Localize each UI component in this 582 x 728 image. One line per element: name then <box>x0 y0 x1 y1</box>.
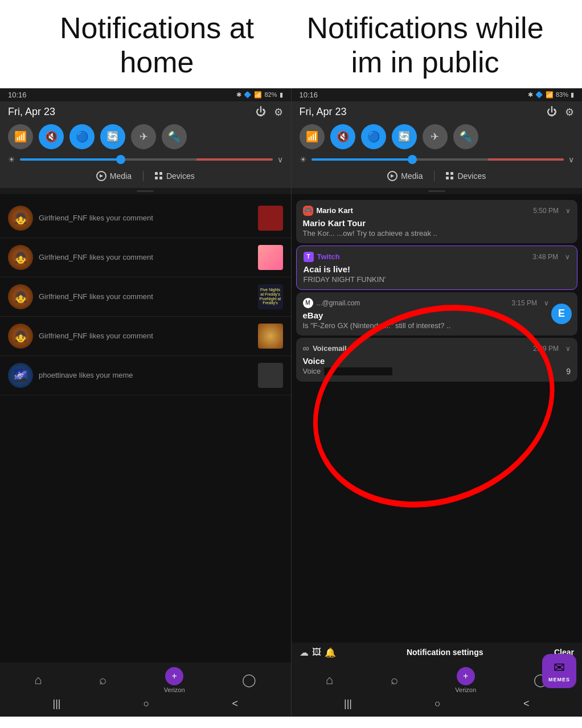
memes-app-icon[interactable]: ✉ MEMES <box>542 654 576 688</box>
list-item: ∞ Voicemail 2:39 PM ∨ Voice Voice 9 <box>296 338 578 382</box>
right-nfc-icon: 🔷 <box>535 91 543 99</box>
chevron-down-icon[interactable]: ∨ <box>277 155 283 164</box>
home-gesture-icon[interactable]: ○ <box>144 698 150 710</box>
flashlight-toggle[interactable]: 🔦 <box>162 124 187 149</box>
grid-icon <box>155 172 163 180</box>
notif-user: Girlfriend_FNF <box>39 253 87 261</box>
airplane-icon: ✈ <box>140 130 148 143</box>
power-icon[interactable]: ⏻ <box>256 106 266 118</box>
right-recents-icon[interactable]: ||| <box>344 698 352 710</box>
notif-time: 3:48 PM <box>532 253 558 261</box>
expand-icon[interactable]: ∨ <box>565 345 571 353</box>
right-battery-icon: ▮ <box>571 91 574 99</box>
app-name: Mario Kart <box>317 206 353 215</box>
left-bottom-nav: ⌂ ⌕ + Verizon ◯ ||| ○ < <box>0 662 291 717</box>
brightness-slider[interactable] <box>20 158 273 161</box>
cloud-icon: ☁ <box>300 647 309 658</box>
notification-settings-row: ☁ 🖼 🔔 Notification settings Clear <box>292 643 583 662</box>
left-devices-button[interactable]: Devices <box>155 171 195 181</box>
battery-icon: ▮ <box>280 91 283 99</box>
right-notif-list: 🎮 Mario Kart 5:50 PM ∨ Mario Kart Tour T… <box>292 194 583 387</box>
right-settings-icon[interactable]: ⚙ <box>565 106 574 118</box>
bluetooth-toggle[interactable]: 🔵 <box>69 124 95 149</box>
notif-title: Mario Kart Tour <box>303 218 571 228</box>
left-status-icons: ✱ 🔷 📶 82% ▮ <box>236 91 282 99</box>
notif-user: phoettinave <box>39 371 77 379</box>
expand-icon[interactable]: ∨ <box>565 253 570 261</box>
settings-icon[interactable]: ⚙ <box>274 106 283 118</box>
right-mute-toggle[interactable]: 🔇 <box>330 124 355 149</box>
app-name: Voicemail <box>313 344 347 353</box>
right-home-icon[interactable]: ○ <box>435 698 441 710</box>
right-bluetooth-toggle[interactable]: 🔵 <box>361 124 386 149</box>
right-flashlight-icon: 🔦 <box>460 130 472 143</box>
top-header: Notifications at home Notifications whil… <box>0 0 582 88</box>
signal-icon: 📶 <box>254 91 262 99</box>
left-status-bar: 10:16 ✱ 🔷 📶 82% ▮ <box>0 88 291 101</box>
left-media-button[interactable]: ▶ Media <box>96 171 132 181</box>
notif-time: 2:39 PM <box>533 345 559 353</box>
gmail-icon: M <box>303 298 313 308</box>
right-date: Fri, Apr 23 <box>300 106 347 118</box>
right-bottom-nav: ⌂ ⌕ + Verizon ◯ ||| ○ < <box>292 662 583 717</box>
expand-icon[interactable]: ∨ <box>544 299 549 307</box>
table-row: 👧 Girlfriend_FNF likes your comment Five… <box>0 277 291 317</box>
avatar: 🌌 <box>8 363 33 388</box>
right-quick-settings: Fri, Apr 23 ⏻ ⚙ 📶 🔇 🔵 <box>292 101 583 188</box>
right-devices-button[interactable]: Devices <box>446 171 486 181</box>
right-qs-controls: ⏻ ⚙ <box>547 106 574 118</box>
message-nav-icon[interactable]: ◯ <box>242 673 256 688</box>
sync-toggle[interactable]: 🔄 <box>100 124 125 149</box>
wifi-toggle[interactable]: 📶 <box>8 124 33 149</box>
notif-title: Voice <box>303 356 571 366</box>
verizon-nav[interactable]: + Verizon <box>164 667 185 693</box>
notif-action: likes your comment <box>89 292 153 301</box>
right-verizon-nav[interactable]: + Verizon <box>455 667 476 693</box>
left-phone-panel: 10:16 ✱ 🔷 📶 82% ▮ Fri, Apr 23 ⏻ ⚙ <box>0 88 292 717</box>
left-devices-label: Devices <box>166 171 195 181</box>
memes-label: MEMES <box>548 677 570 682</box>
search-nav-icon[interactable]: ⌕ <box>99 673 106 688</box>
airplane-toggle[interactable]: ✈ <box>131 124 156 149</box>
mute-toggle[interactable]: 🔇 <box>39 124 64 149</box>
left-title: Notifications at home <box>23 11 291 80</box>
right-media-button[interactable]: ▶ Media <box>387 171 423 181</box>
play-icon: ▶ <box>96 171 106 181</box>
right-sync-icon: 🔄 <box>398 130 411 143</box>
left-date: Fri, Apr 23 <box>8 106 55 118</box>
notif-card-header: T Twitch 3:48 PM ∨ <box>304 252 571 262</box>
home-nav-icon[interactable]: ⌂ <box>34 673 42 688</box>
right-wifi-icon: 📶 <box>306 130 318 143</box>
brightness-icon: ☀ <box>8 155 15 164</box>
right-media-label: Media <box>401 171 423 181</box>
right-verizon-label: Verizon <box>455 686 476 693</box>
recents-gesture-icon[interactable]: ||| <box>53 698 61 710</box>
right-home-nav-icon[interactable]: ⌂ <box>326 673 333 688</box>
bluetooth-icon: 🔵 <box>76 130 88 143</box>
notif-card-header: ∞ Voicemail 2:39 PM ∨ <box>303 343 571 354</box>
notif-card-header: 🎮 Mario Kart 5:50 PM ∨ <box>303 206 571 216</box>
verizon-circle: + <box>165 667 183 685</box>
app-name: Twitch <box>317 252 340 261</box>
mute-icon: 🔇 <box>45 130 58 143</box>
right-power-icon[interactable]: ⏻ <box>547 106 557 118</box>
notif-action: likes your comment <box>89 253 153 261</box>
right-search-nav-icon[interactable]: ⌕ <box>391 673 398 688</box>
back-gesture-icon[interactable]: < <box>232 698 238 710</box>
left-quick-settings: Fri, Apr 23 ⏻ ⚙ 📶 🔇 🔵 🔄 <box>0 101 291 188</box>
left-toggles-row: 📶 🔇 🔵 🔄 ✈ 🔦 <box>8 124 283 149</box>
right-flashlight-toggle[interactable]: 🔦 <box>453 124 478 149</box>
right-sync-toggle[interactable]: 🔄 <box>392 124 417 149</box>
right-wifi-toggle[interactable]: 📶 <box>300 124 325 149</box>
table-row: 👧 Girlfriend_FNF likes your comment <box>0 317 291 356</box>
right-brightness-slider[interactable] <box>312 158 564 161</box>
right-airplane-toggle[interactable]: ✈ <box>423 124 448 149</box>
notif-time: 5:50 PM <box>533 207 559 215</box>
expand-icon[interactable]: ∨ <box>565 207 571 215</box>
right-chevron-down-icon[interactable]: ∨ <box>568 155 574 164</box>
right-nav-apps-row: ⌂ ⌕ + Verizon ◯ <box>292 667 583 693</box>
notification-settings-button[interactable]: Notification settings <box>407 648 483 657</box>
right-devices-label: Devices <box>457 171 486 181</box>
right-back-icon[interactable]: < <box>523 698 530 710</box>
left-notif-list: 👧 Girlfriend_FNF likes your comment 👧 Gi… <box>0 194 291 400</box>
